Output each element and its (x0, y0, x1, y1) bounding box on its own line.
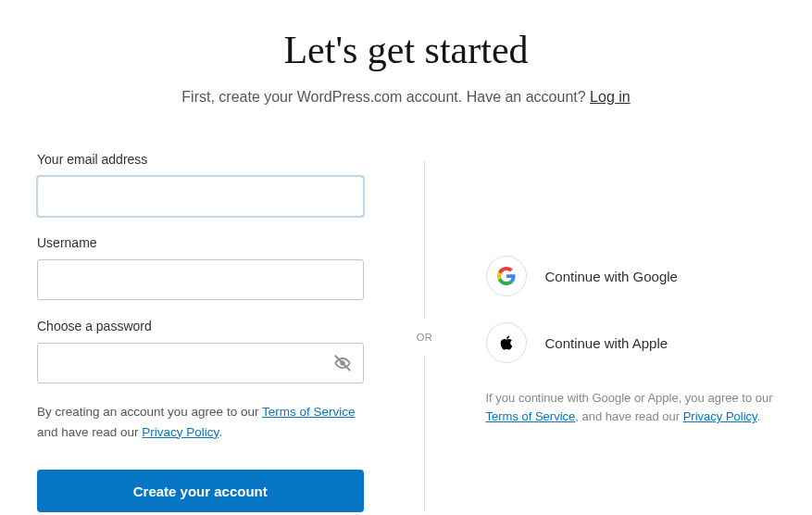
divider-line-bottom (424, 356, 425, 513)
privacy-link[interactable]: Privacy Policy (142, 425, 219, 439)
password-label: Choose a password (37, 319, 364, 333)
password-input[interactable] (37, 343, 364, 383)
social-login-section: Continue with Google Continue with Apple… (443, 152, 776, 512)
legal-prefix: By creating an account you agree to our (37, 405, 262, 419)
toggle-password-visibility-icon[interactable] (332, 353, 353, 373)
divider-line-top (424, 161, 425, 319)
apple-button-label: Continue with Apple (545, 335, 668, 351)
email-input[interactable] (37, 176, 364, 217)
social-privacy-link[interactable]: Privacy Policy (683, 409, 757, 423)
signup-form: Your email address Username Choose a pas… (37, 152, 406, 512)
page-title: Let's get started (37, 28, 775, 72)
username-input[interactable] (37, 259, 364, 300)
social-legal-mid: , and have read our (575, 409, 682, 423)
continue-with-apple-button[interactable]: Continue with Apple (486, 322, 668, 363)
username-label: Username (37, 235, 364, 250)
divider-or-label: OR (417, 319, 433, 356)
subtitle-text: First, create your WordPress.com account… (181, 89, 590, 105)
signup-legal-text: By creating an account you agree to our … (37, 402, 364, 442)
email-label: Your email address (37, 152, 364, 167)
divider: OR (406, 152, 443, 512)
login-link[interactable]: Log in (590, 89, 631, 105)
legal-mid: and have read our (37, 425, 142, 439)
page-subtitle: First, create your WordPress.com account… (37, 89, 775, 106)
google-button-label: Continue with Google (545, 269, 678, 284)
terms-link[interactable]: Terms of Service (262, 405, 356, 419)
legal-suffix: . (219, 425, 222, 439)
social-legal-suffix: . (757, 409, 761, 423)
create-account-button[interactable]: Create your account (37, 470, 364, 512)
social-terms-link[interactable]: Terms of Service (486, 409, 576, 423)
apple-icon (486, 322, 527, 363)
social-legal-prefix: If you continue with Google or Apple, yo… (486, 391, 773, 405)
google-icon (486, 256, 527, 296)
continue-with-google-button[interactable]: Continue with Google (486, 256, 678, 296)
social-legal-text: If you continue with Google or Apple, yo… (486, 389, 776, 426)
